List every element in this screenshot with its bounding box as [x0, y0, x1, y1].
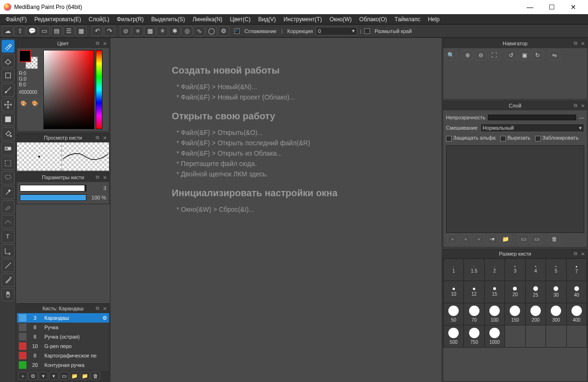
snap-concentric-icon[interactable]: ◎ [181, 26, 193, 36]
clipping-checkbox[interactable] [500, 136, 506, 141]
comment-icon[interactable]: 💬 [26, 26, 38, 36]
text-tool[interactable]: T [1, 230, 15, 243]
popout-icon[interactable]: ⧉ [94, 40, 101, 47]
brush-size-cell[interactable]: 15 [485, 281, 504, 303]
close-icon[interactable]: ✕ [101, 134, 108, 141]
brush-down2-icon[interactable]: ▾ [49, 372, 59, 380]
rotate-ccw-icon[interactable]: ↺ [505, 50, 517, 60]
brush-row[interactable]: 3Карандаш⚙ [17, 313, 109, 323]
snap-radial-icon[interactable]: ✳ [157, 26, 168, 36]
palette-icon[interactable]: 🎨 [19, 99, 28, 108]
close-icon[interactable]: ✕ [580, 102, 586, 109]
close-icon[interactable]: ✕ [101, 40, 108, 47]
cloud-icon[interactable]: ☁ [2, 26, 13, 36]
page-icon[interactable]: ▭ [39, 26, 50, 36]
brush-down-icon[interactable]: ▾ [39, 372, 48, 380]
close-button[interactable]: ✕ [563, 0, 584, 14]
folder-icon[interactable]: 📁 [500, 234, 511, 244]
brush-size-cell[interactable]: 25 [526, 281, 546, 303]
brush-size-cell[interactable]: 1 [444, 259, 463, 281]
snap-parallel-icon[interactable]: ≡ [132, 26, 143, 36]
brush-group-icon[interactable]: ▭ [59, 372, 69, 380]
menu-tool[interactable]: Инструмент(T) [280, 15, 326, 24]
brush-opacity-slider[interactable] [20, 194, 86, 201]
close-icon[interactable]: ✕ [101, 174, 108, 181]
canvas-area[interactable]: Создать новой работы * Файл(&F) > Новый(… [110, 38, 442, 382]
brush-size-cell[interactable]: 5 [546, 259, 566, 281]
fill-tool[interactable] [1, 113, 15, 126]
brush-size-cell[interactable]: 300 [546, 303, 566, 325]
new-layer2-icon[interactable]: ▫ [460, 234, 471, 244]
new-group-icon[interactable]: ▫▾ [487, 234, 498, 244]
brush-size-cell[interactable]: 20 [505, 281, 525, 303]
brush-size-cell[interactable]: 1.5 [464, 259, 484, 281]
menu-color[interactable]: Цвет(C) [226, 15, 254, 24]
menu-ruler[interactable]: Линейка(N) [189, 15, 226, 24]
hue-slider[interactable] [96, 50, 102, 129]
select-rect-tool[interactable] [1, 157, 15, 170]
correction-combo[interactable]: 0▾ [316, 27, 357, 35]
hand-tool[interactable] [1, 288, 15, 301]
brush-size-cell[interactable]: 10 [444, 281, 463, 303]
brush-size-cell[interactable]: 40 [567, 281, 587, 303]
snap-settings-icon[interactable]: ⚙ [218, 26, 229, 36]
clip-layer-icon[interactable]: ▭ [518, 234, 529, 244]
foreground-color-swatch[interactable] [19, 50, 31, 62]
magic-wand-tool[interactable] [1, 186, 15, 199]
brush-tool[interactable] [1, 40, 15, 53]
menu-select[interactable]: Выделить(S) [148, 15, 189, 24]
brush-size-cell[interactable]: 7 [567, 259, 587, 281]
snap-curve-icon[interactable]: ∿ [193, 26, 205, 36]
lock-checkbox[interactable] [535, 136, 541, 141]
popout-icon[interactable]: ⧉ [94, 174, 101, 181]
brush-size-cell[interactable]: 12 [464, 281, 484, 303]
upload-icon[interactable]: ⇧ [14, 26, 25, 36]
doc-icon[interactable]: ▤ [51, 26, 62, 36]
zoom-in-icon[interactable]: 🔍 [445, 50, 456, 60]
shape-tool[interactable] [1, 69, 15, 82]
list-icon[interactable]: ☰ [63, 26, 75, 36]
popout-icon[interactable]: ⧉ [94, 134, 101, 141]
brush-row[interactable]: 8Картографическое пе [17, 351, 109, 360]
snap-grid-icon[interactable]: ▦ [144, 26, 156, 36]
color-swatches[interactable] [19, 50, 38, 69]
antialias-checkbox[interactable] [234, 28, 240, 34]
blend-mode-select[interactable]: Нормальный▾ [480, 124, 584, 132]
menu-timelapse[interactable]: Таймлапс [391, 15, 424, 24]
brush-folder2-icon[interactable]: 📁 [80, 372, 90, 380]
brush-row[interactable]: 20Контурная ручка [17, 360, 109, 370]
menu-cloud[interactable]: Облако(O) [355, 15, 391, 24]
lasso-tool[interactable] [1, 171, 15, 184]
undo-button[interactable]: ↶ [92, 26, 103, 36]
brush-size-cell[interactable]: 100 [485, 303, 504, 325]
color-field[interactable] [43, 50, 94, 129]
menu-edit[interactable]: Редактировать(E) [31, 15, 85, 24]
brush-row[interactable]: 8Ручка [17, 323, 109, 332]
popout-icon[interactable]: ⧉ [572, 102, 579, 109]
brush-size-cell[interactable]: 3 [505, 259, 525, 281]
redo-button[interactable]: ↷ [104, 26, 115, 36]
menu-layer[interactable]: Слой(L) [85, 15, 113, 24]
zoom-fit-icon[interactable]: ⛶ [488, 50, 500, 60]
brush-size-cell[interactable]: 4 [526, 259, 546, 281]
operation-tool[interactable] [1, 244, 15, 257]
brush-size-cell[interactable]: 1000 [485, 325, 504, 347]
brush-size-cell[interactable]: 500 [444, 325, 463, 347]
menu-help[interactable]: Help [424, 15, 444, 24]
brush-size-cell[interactable]: 50 [444, 303, 463, 325]
snap-vanish-icon[interactable]: ✱ [169, 26, 180, 36]
brush-row[interactable]: 8Ручка (острая) [17, 332, 109, 341]
snap-off-icon[interactable]: ⊘ [120, 26, 131, 36]
popout-icon[interactable]: ⧉ [572, 40, 579, 47]
close-icon[interactable]: ✕ [580, 250, 586, 257]
delete-layer-icon[interactable]: 🗑 [549, 234, 560, 244]
move-tool[interactable] [1, 98, 15, 111]
brush-size-slider[interactable] [20, 185, 86, 191]
menu-view[interactable]: Вид(V) [254, 15, 280, 24]
snap-ellipse-icon[interactable]: ◯ [206, 26, 217, 36]
palette2-icon[interactable]: 🎨 [30, 99, 40, 108]
close-icon[interactable]: ✕ [580, 40, 586, 47]
zoom-out-icon[interactable]: ⊖ [475, 50, 487, 60]
minimize-button[interactable]: — [519, 0, 541, 14]
select-pen-tool[interactable] [1, 200, 15, 214]
